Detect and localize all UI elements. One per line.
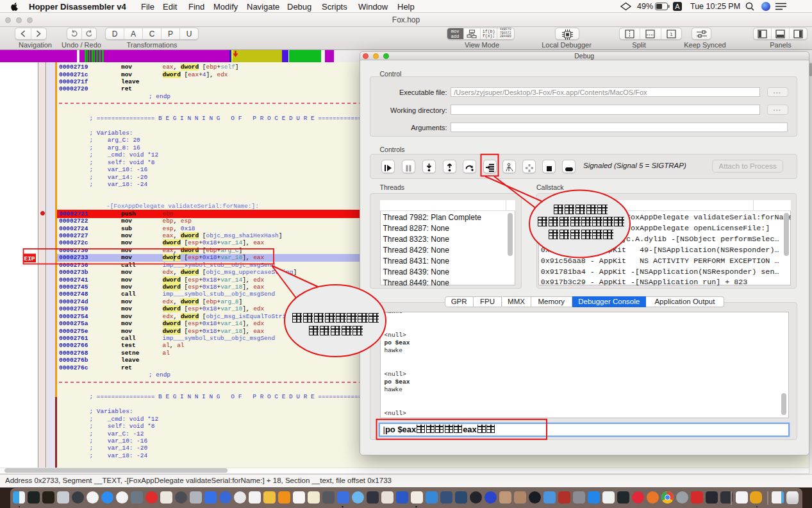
- svg-text:1: 1: [670, 31, 673, 37]
